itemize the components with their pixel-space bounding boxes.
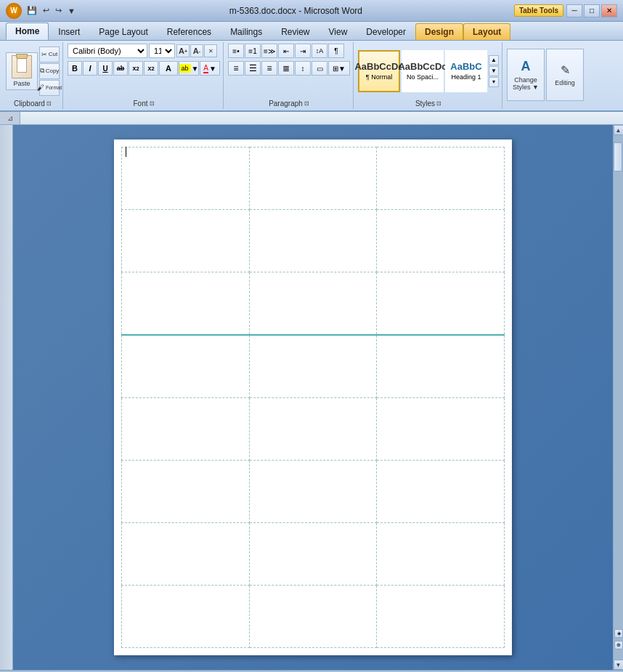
italic-button[interactable]: I [83, 61, 97, 76]
table-cell[interactable] [249, 460, 377, 522]
tab-insert[interactable]: Insert [49, 23, 89, 40]
quick-access-toolbar: 💾 ↩ ↪ ▼ [25, 4, 78, 17]
editing-button[interactable]: ✎ Editing [546, 49, 584, 101]
ruler-corner[interactable]: ⊿ [0, 112, 20, 125]
document-area[interactable] [13, 125, 613, 670]
scroll-down-button[interactable]: ▼ [614, 660, 624, 670]
table-cell[interactable] [377, 397, 505, 460]
line-spacing-button[interactable]: ↕ [295, 61, 311, 76]
styles-dialog-launcher[interactable]: ⊡ [436, 100, 441, 107]
table-cell[interactable] [122, 210, 250, 272]
borders-button[interactable]: ⊞▼ [328, 61, 350, 76]
document-table[interactable] [121, 147, 505, 648]
table-cell[interactable] [249, 585, 377, 647]
justify-button[interactable]: ≣ [278, 61, 294, 76]
highlight-button[interactable]: ab▼ [179, 61, 199, 76]
office-logo[interactable]: W [6, 3, 22, 19]
style-no-spacing[interactable]: AaBbCcDc No Spaci... [402, 50, 444, 92]
table-cell[interactable] [249, 397, 377, 460]
copy-button[interactable]: ⧉Copy [39, 63, 60, 79]
tab-design[interactable]: Design [415, 23, 463, 40]
styles-expand[interactable]: ▾ [489, 77, 499, 87]
scroll-thumb[interactable] [614, 142, 622, 171]
table-cell[interactable] [122, 397, 250, 460]
sort-button[interactable]: ↕A [312, 44, 327, 58]
save-button[interactable]: 💾 [25, 4, 39, 17]
font-dialog-launcher[interactable]: ⊡ [150, 100, 155, 107]
table-cell[interactable] [122, 147, 250, 210]
cut-button[interactable]: ✂Cut [39, 46, 60, 62]
styles-scroll-up[interactable]: ▲ [489, 55, 499, 65]
table-cell[interactable] [249, 522, 377, 585]
clear-format-button[interactable]: ✕ [204, 44, 217, 57]
table-cell[interactable] [122, 522, 250, 585]
bullets-button[interactable]: ≡• [228, 44, 244, 58]
table-cell[interactable] [249, 147, 377, 210]
table-cell[interactable] [377, 272, 505, 335]
close-button[interactable]: ✕ [601, 4, 617, 17]
para-row-1: ≡• ≡1 ≡≫ ⇤ ⇥ ↕A ¶ [228, 44, 344, 58]
table-cell[interactable] [249, 335, 377, 397]
styles-scroll-down[interactable]: ▼ [489, 66, 499, 76]
tab-developer[interactable]: Developer [357, 23, 415, 40]
table-cell[interactable] [377, 585, 505, 647]
table-cell[interactable] [377, 460, 505, 522]
page[interactable] [114, 139, 512, 655]
subscript-button[interactable]: x2 [129, 61, 143, 76]
underline-button[interactable]: U [98, 61, 113, 76]
tab-home[interactable]: Home [6, 23, 49, 40]
font-color-button[interactable]: A▼ [200, 61, 220, 76]
table-cell[interactable] [377, 335, 505, 397]
clipboard-dialog-launcher[interactable]: ⊡ [46, 100, 52, 107]
title-bar: W 💾 ↩ ↪ ▼ m-5363.doc.docx - Microsoft Wo… [0, 0, 623, 22]
table-cell[interactable] [377, 210, 505, 272]
tab-view[interactable]: View [319, 23, 357, 40]
style-normal[interactable]: AaBbCcDc ¶ Normal [358, 50, 400, 92]
page-up-button[interactable]: ◈ [614, 629, 623, 638]
table-cell[interactable] [122, 335, 250, 397]
change-styles-button[interactable]: A ChangeStyles ▼ [507, 49, 545, 101]
redo-button[interactable]: ↪ [53, 4, 64, 17]
maximize-button[interactable]: □ [584, 4, 600, 17]
center-button[interactable]: ☰ [245, 61, 261, 76]
tab-mailings[interactable]: Mailings [221, 23, 272, 40]
align-right-button[interactable]: ≡ [261, 61, 277, 76]
shrink-font-button[interactable]: A- [190, 44, 203, 57]
multilevel-button[interactable]: ≡≫ [261, 44, 277, 58]
scroll-track[interactable]: ◈ ⊕ [614, 135, 623, 660]
tab-references[interactable]: References [158, 23, 221, 40]
quick-access-dropdown[interactable]: ▼ [65, 4, 78, 17]
align-left-button[interactable]: ≡ [228, 61, 244, 76]
vertical-scrollbar[interactable]: ▲ ◈ ⊕ ▼ [613, 125, 623, 670]
numbering-button[interactable]: ≡1 [245, 44, 261, 58]
font-name-select[interactable]: Calibri (Body) [68, 44, 147, 58]
table-cell[interactable] [249, 272, 377, 335]
paste-button[interactable]: Paste [6, 52, 38, 90]
minimize-button[interactable]: ─ [566, 4, 582, 17]
tab-layout[interactable]: Layout [463, 23, 510, 40]
table-cell[interactable] [122, 272, 250, 335]
strikethrough-button[interactable]: ab [113, 61, 128, 76]
paragraph-dialog-launcher[interactable]: ⊡ [304, 100, 309, 107]
table-cell[interactable] [122, 585, 250, 647]
tab-review[interactable]: Review [272, 23, 319, 40]
shading-button[interactable]: ▭ [312, 61, 327, 76]
table-cell[interactable] [377, 147, 505, 210]
text-effects-button[interactable]: A [159, 61, 178, 76]
page-select-button[interactable]: ⊕ [614, 641, 623, 649]
superscript-button[interactable]: x2 [144, 61, 158, 76]
font-size-select[interactable]: 11 [149, 44, 175, 58]
table-cell[interactable] [249, 210, 377, 272]
format-painter-button[interactable]: 🖌Format [39, 80, 60, 96]
show-hide-button[interactable]: ¶ [328, 44, 344, 58]
table-cell[interactable] [377, 522, 505, 585]
grow-font-button[interactable]: A+ [176, 44, 190, 57]
undo-button[interactable]: ↩ [41, 4, 52, 17]
increase-indent-button[interactable]: ⇥ [295, 44, 311, 58]
table-cell[interactable] [122, 460, 250, 522]
style-heading1[interactable]: AaBbC Heading 1 [445, 50, 487, 92]
bold-button[interactable]: B [68, 61, 82, 76]
tab-page-layout[interactable]: Page Layout [89, 23, 157, 40]
scroll-up-button[interactable]: ▲ [614, 125, 624, 135]
decrease-indent-button[interactable]: ⇤ [278, 44, 294, 58]
